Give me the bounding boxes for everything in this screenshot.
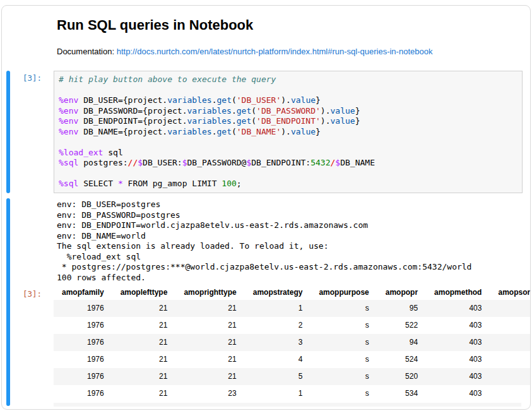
- column-header: amopopr: [377, 285, 426, 300]
- table-cell: 520: [377, 368, 426, 385]
- table-cell: 21: [175, 300, 244, 317]
- input-collapser-bar[interactable]: [6, 71, 10, 193]
- code-line: [59, 169, 522, 179]
- code-line: %env DB_ENDPOINT={project.variables.get(…: [59, 116, 522, 127]
- table-cell: 403: [426, 300, 490, 317]
- code-line: %env DB_PASSWORD={project.variables.get(…: [59, 106, 522, 117]
- notebook-frame: Run SQL queries in Notebook Documentatio…: [1, 5, 531, 410]
- table-cell: s: [310, 368, 377, 385]
- code-line: %load_ext sql: [59, 148, 522, 158]
- table-cell: 1976: [54, 368, 112, 385]
- code-line: %sql SELECT * FROM pg_amop LIMIT 100;: [59, 179, 522, 189]
- column-header: amopstrategy: [245, 285, 311, 300]
- markdown-cell: Run SQL queries in Notebook Documentatio…: [57, 16, 517, 57]
- table-cell: 21: [112, 317, 176, 334]
- output-prompt: [3]:: [2, 289, 42, 299]
- column-header: amopsortfamily: [490, 285, 531, 300]
- table-cell: 21: [175, 317, 244, 334]
- code-line: # hit play button above to execute the q…: [59, 74, 522, 85]
- documentation-line: Documentation: http://docs.nurtch.com/en…: [57, 46, 517, 57]
- table-cell: 522: [377, 317, 426, 334]
- code-line: [59, 137, 522, 148]
- result-table-area: amopfamilyamoplefttypeamoprighttypeamops…: [54, 285, 521, 402]
- table-cell: 21: [112, 300, 176, 317]
- table-cell: s: [310, 351, 377, 368]
- page-title: Run SQL queries in Notebook: [57, 16, 517, 33]
- table-cell: s: [310, 385, 377, 402]
- table-cell: 0: [490, 368, 531, 385]
- table-cell: 403: [426, 351, 490, 368]
- column-header: amoprighttype: [175, 285, 244, 300]
- code-lines[interactable]: # hit play button above to execute the q…: [54, 71, 522, 189]
- table-row: 197621215s5204030: [54, 368, 531, 385]
- code-line: %sql postgres://$DB_USER:$DB_PASSWORD@$D…: [59, 158, 522, 169]
- table-cell: 21: [175, 334, 244, 351]
- table-cell: 5: [245, 368, 311, 385]
- output-collapser-bar[interactable]: [6, 198, 10, 406]
- table-row-partial: [54, 403, 521, 407]
- column-header: amoplefttype: [112, 285, 176, 300]
- code-line: %env DB_USER={project.variables.get('DB_…: [59, 95, 522, 106]
- table-cell: 403: [426, 368, 490, 385]
- table-cell: 1976: [54, 351, 112, 368]
- table-cell: 1976: [54, 317, 112, 334]
- table-cell: 0: [490, 385, 531, 402]
- table-cell: 23: [175, 385, 244, 402]
- table-cell: 2: [245, 317, 311, 334]
- table-cell: 534: [377, 385, 426, 402]
- code-line: %env DB_NAME={project.variables.get('DB_…: [59, 127, 522, 138]
- table-cell: 21: [112, 351, 176, 368]
- table-cell: 94: [377, 334, 426, 351]
- table-cell: 0: [490, 351, 531, 368]
- header-row: amopfamilyamoplefttypeamoprighttypeamops…: [54, 285, 531, 300]
- table-row: 197621213s944030: [54, 334, 531, 351]
- result-table-head: amopfamilyamoplefttypeamoprighttypeamops…: [54, 285, 531, 300]
- table-cell: 403: [426, 317, 490, 334]
- code-line: [59, 85, 522, 96]
- table-cell: 403: [426, 334, 490, 351]
- table-cell: 1: [245, 385, 311, 402]
- table-row: 197621214s5244030: [54, 351, 531, 368]
- table-cell: 403: [426, 385, 490, 402]
- column-header: amopfamily: [54, 285, 112, 300]
- table-cell: s: [310, 334, 377, 351]
- table-cell: 1976: [54, 334, 112, 351]
- table-cell: 1976: [54, 300, 112, 317]
- table-cell: s: [310, 300, 377, 317]
- table-cell: 21: [112, 385, 176, 402]
- stream-output: env: DB_USER=postgres env: DB_PASSWORD=p…: [57, 200, 471, 283]
- table-row: 197621212s5224030: [54, 317, 531, 334]
- documentation-link[interactable]: http://docs.nurtch.com/en/latest/nurtch-…: [117, 47, 433, 56]
- table-row: 197621211s954030: [54, 300, 531, 317]
- table-cell: 1976: [54, 385, 112, 402]
- table-cell: 4: [245, 351, 311, 368]
- result-table-body: 197621211s954030197621212s52240301976212…: [54, 300, 531, 402]
- table-cell: 95: [377, 300, 426, 317]
- table-cell: 21: [175, 351, 244, 368]
- table-cell: 524: [377, 351, 426, 368]
- table-row: 197621231s5344030: [54, 385, 531, 402]
- table-cell: 21: [112, 368, 176, 385]
- table-cell: 21: [175, 368, 244, 385]
- table-cell: 0: [490, 334, 531, 351]
- column-header: amoppurpose: [310, 285, 377, 300]
- documentation-label: Documentation:: [57, 47, 117, 56]
- code-editor[interactable]: # hit play button above to execute the q…: [54, 71, 523, 193]
- result-table: amopfamilyamoplefttypeamoprighttypeamops…: [54, 285, 531, 402]
- notebook-screen: Run SQL queries in Notebook Documentatio…: [0, 0, 532, 411]
- table-cell: 21: [112, 334, 176, 351]
- table-cell: 0: [490, 300, 531, 317]
- input-prompt: [3]:: [2, 73, 42, 83]
- table-cell: 1: [245, 300, 311, 317]
- table-cell: 3: [245, 334, 311, 351]
- column-header: amopmethod: [426, 285, 490, 300]
- table-cell: s: [310, 317, 377, 334]
- table-cell: 0: [490, 317, 531, 334]
